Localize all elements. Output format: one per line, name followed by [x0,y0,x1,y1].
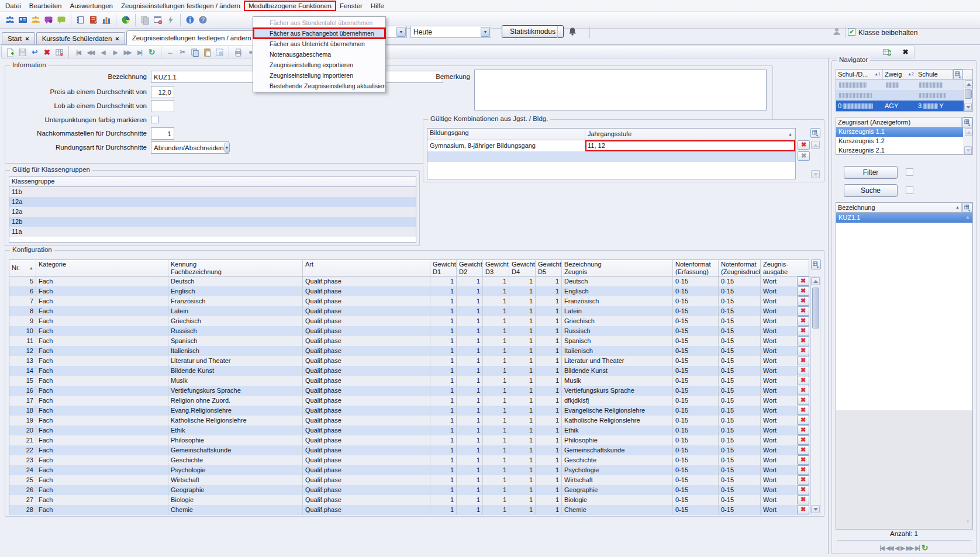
vertical-scrollbar[interactable] [964,79,973,112]
delete-row-button[interactable]: ✖ [797,316,809,326]
column-header-bezeichnung-zeugnis[interactable]: Bezeichnung Zeugnis [562,260,673,276]
column-header-zeugnisart[interactable]: Zeugnisart (Anzeigeform) [836,117,962,127]
school-row-redacted[interactable] [836,79,964,90]
menu-item[interactable]: Fächer aus Fachangebot übernehmen [253,28,385,39]
nachkomma-input[interactable] [151,127,174,140]
table-row[interactable]: 8 Fach Latein Qualif.phase 1 1 1 1 1 Lat… [9,306,809,316]
previous-record-icon[interactable]: ◀ [97,47,108,57]
scroll-up-icon[interactable] [811,141,820,149]
kombinationen-empty-row[interactable] [427,151,795,162]
delete-row-button[interactable]: ✖ [797,386,809,395]
table-row[interactable]: 13 Fach Literatur und Theater Qualif.pha… [9,356,809,366]
window-remove-icon[interactable] [152,15,164,25]
school-row-selected[interactable]: 0 AGY 3Y [836,101,964,111]
previous-record-icon[interactable]: ◀ [895,545,898,551]
refresh-icon[interactable]: ↻ [146,47,157,57]
vertical-scrollbar[interactable] [964,127,973,155]
menu-item[interactable]: Zeugniseinstellung importieren [253,70,385,81]
column-header-kennung[interactable]: Kennung Fachbezeichnung [168,260,303,276]
menubar-item[interactable]: Bearbeiten [25,1,66,11]
help-icon[interactable]: ? [197,15,209,25]
scroll-down-icon[interactable] [811,505,820,513]
delete-row-button[interactable]: ✖ [797,366,809,375]
column-header-bezeichnung[interactable]: Bezeichnung▲ [836,203,962,212]
print-icon[interactable] [233,47,244,57]
last-record-icon[interactable]: ▶| [134,47,145,57]
klassengruppe-row[interactable]: 12a [9,207,416,217]
column-chooser-icon[interactable] [810,128,820,138]
book-icon[interactable] [88,15,99,25]
menu-item[interactable]: Fächer aus Unterricht übernehmen [253,39,385,49]
delete-row-button[interactable]: ✖ [797,485,809,494]
scrollbar-thumb[interactable] [965,89,972,99]
last-record-icon[interactable]: ▶| [915,545,919,551]
refresh-icon[interactable]: ↻ [922,543,929,552]
table-row[interactable]: 17 Fach Religion ohne Zuord. Qualif.phas… [9,396,809,406]
delete-row-button[interactable]: ✖ [797,286,809,296]
addressbook-icon[interactable] [75,15,87,25]
message-icon[interactable] [43,15,54,25]
klassengruppe-row[interactable]: 11a [9,227,416,237]
column-header-gewicht-d5[interactable]: Gewicht D5 [536,260,562,276]
column-header-gewicht-d1[interactable]: Gewicht D1 [430,260,457,276]
column-header-jahrgangsstufe[interactable]: Jahrgangsstufe ▲ [585,129,795,140]
new-record-icon[interactable] [5,47,16,57]
column-header-zweig[interactable]: Zweig▲2 [883,70,916,79]
tab[interactable]: Kursstufe Schülerdaten × [36,32,125,44]
filter-button[interactable]: Filter [844,166,898,179]
search-button[interactable]: Suche [844,184,898,197]
delete-row-button[interactable]: ✖ [797,296,809,306]
column-chooser-icon[interactable] [962,203,972,213]
scroll-up-icon[interactable] [811,277,820,285]
info-icon[interactable] [184,15,196,25]
forward-records-icon[interactable]: ▶▶ [906,545,913,551]
bar-chart-icon[interactable] [101,15,112,25]
table-row[interactable]: 27 Fach Biologie Qualif.phase 1 1 1 1 1 … [9,495,809,505]
column-header-nr[interactable]: Nr.▲ [9,260,36,276]
cell-jahrgangsstufe-highlighted[interactable]: 11, 12 [585,140,795,151]
tab[interactable]: Zeugniseinstellungen festlegen / ändern … [126,30,264,45]
filter-checkbox[interactable] [906,168,913,176]
next-record-icon[interactable]: ▶ [900,545,904,551]
table-row[interactable]: 28 Fach Chemie Qualif.phase 1 1 1 1 1 Ch… [9,505,809,515]
column-header-kategorie[interactable]: Kategorie [36,260,168,276]
column-header-schule[interactable]: Schule [916,70,953,79]
forward-records-icon[interactable]: ▶▶ [122,47,133,57]
table-row[interactable]: 21 Fach Philosophie Qualif.phase 1 1 1 1… [9,435,809,445]
select-region-icon[interactable] [214,47,225,57]
menubar-item[interactable]: Hilfe [367,1,388,11]
table-row[interactable]: 6 Fach Englisch Qualif.phase 1 1 1 1 1 E… [9,286,809,296]
pie-chart-icon[interactable] [120,15,132,25]
column-header-klassengruppe[interactable]: Klassengruppe [9,177,416,186]
delete-row-button[interactable]: ✖ [797,465,809,475]
menubar-item[interactable]: Datei [1,1,25,11]
column-header-schul-d[interactable]: Schul-/D...▲1 [836,70,883,79]
delete-row-button[interactable]: ✖ [797,326,809,335]
table-row[interactable]: 7 Fach Französisch Qualif.phase 1 1 1 1 … [9,296,809,306]
delete-row-button[interactable]: ✖ [797,416,809,425]
table-row[interactable]: 25 Fach Wirtschaft Qualif.phase 1 1 1 1 … [9,475,809,485]
table-row[interactable]: 22 Fach Gemeinschaftskunde Qualif.phase … [9,445,809,455]
table-row[interactable]: 19 Fach Katholische Religionslehre Quali… [9,416,809,425]
column-chooser-icon[interactable] [953,70,963,79]
next-record-icon[interactable]: ▶ [109,47,120,57]
table-edit-icon[interactable] [54,47,65,57]
delete-record-icon[interactable]: ✖ [42,47,53,57]
delete-row-button[interactable]: ✖ [797,445,809,455]
undo-icon[interactable]: ↩ [29,47,40,57]
scroll-down-icon[interactable] [964,103,972,111]
bemerkung-textarea[interactable] [474,70,767,110]
table-row[interactable]: 12 Fach Italienisch Qualif.phase 1 1 1 1… [9,346,809,356]
table-row[interactable]: 20 Fach Ethik Qualif.phase 1 1 1 1 1 Eth… [9,425,809,435]
vertical-scrollbar[interactable] [810,276,820,514]
table-row[interactable]: 24 Fach Psychologie Qualif.phase 1 1 1 1… [9,465,809,475]
delete-row-button[interactable]: ✖ [797,425,809,435]
close-view-icon[interactable]: ✖ [900,47,911,57]
table-row[interactable]: 16 Fach Vertiefungskurs Sprache Qualif.p… [9,386,809,396]
column-chooser-icon[interactable] [962,117,972,127]
unterpunktungen-checkbox[interactable] [151,116,158,123]
delete-row-button[interactable]: ✖ [797,475,809,485]
menu-item[interactable]: Fächer aus Stundentafel übernehmen [253,18,385,28]
first-record-icon[interactable]: |◀ [880,545,884,551]
teachers-icon[interactable] [30,15,42,25]
